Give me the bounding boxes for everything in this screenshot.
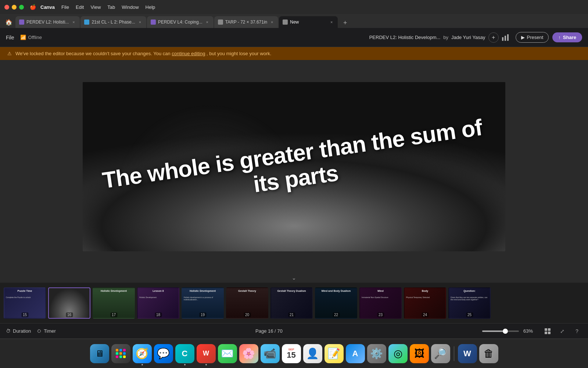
dock-find-my[interactable]: ◎ bbox=[388, 344, 408, 363]
zoom-control[interactable] bbox=[482, 330, 519, 332]
menu-tab[interactable]: Tab bbox=[107, 4, 115, 10]
svg-rect-1 bbox=[505, 36, 506, 41]
menu-window[interactable]: Window bbox=[122, 4, 139, 10]
slide-thumbnail-17[interactable]: Holistic Development 17 bbox=[93, 287, 135, 319]
wps-icon: W bbox=[203, 350, 209, 357]
duration-label: Duration bbox=[13, 328, 31, 334]
zoom-percentage: 63% bbox=[523, 328, 538, 334]
timer-button[interactable]: ⏲ Timer bbox=[37, 328, 56, 334]
dock-trash[interactable]: 🗑 bbox=[479, 344, 498, 363]
launchpad-icon bbox=[116, 349, 126, 358]
share-label: Share bbox=[563, 35, 576, 40]
fullscreen-button[interactable] bbox=[19, 5, 24, 10]
dock-facetime[interactable]: 📹 bbox=[261, 344, 280, 363]
toggle-strip-button[interactable]: ⌄ bbox=[288, 275, 300, 281]
analytics-button[interactable] bbox=[499, 32, 512, 43]
doc-title: PERDEV L2: Holistic Developm... bbox=[369, 35, 441, 40]
slide-thumbnail-22[interactable]: Mind and Body Dualism 22 bbox=[315, 287, 357, 319]
tab-perdev-l2[interactable]: PERDEV L2: Holisti... × bbox=[15, 16, 80, 28]
photos-icon: 🌸 bbox=[242, 347, 255, 360]
tab-favicon bbox=[151, 20, 156, 25]
dock-safari[interactable]: 🧭 bbox=[133, 344, 152, 363]
dock-canva[interactable]: C bbox=[175, 344, 194, 363]
thumb-label: Mind and Body Dualism bbox=[317, 290, 355, 293]
slide-thumbnail-16[interactable]: 16 bbox=[48, 287, 90, 319]
tab-title: PERDEV L2: Holisti... bbox=[26, 20, 69, 25]
dock-spotlight[interactable]: 🔎 bbox=[431, 344, 450, 363]
thumb-number: 18 bbox=[155, 312, 162, 317]
slide-thumbnail-20[interactable]: Gestalt Theory 20 bbox=[226, 287, 268, 319]
slide-thumbnail-25[interactable]: Question: Given that they are two separa… bbox=[448, 287, 491, 319]
tab-tarp[interactable]: TARP - 72 × 37.671in × bbox=[214, 16, 279, 28]
tab-favicon bbox=[84, 20, 89, 25]
menu-canva[interactable]: Canva bbox=[40, 4, 55, 10]
dock-finder[interactable]: 🖥 bbox=[90, 344, 109, 363]
tab-new[interactable]: New × bbox=[279, 16, 338, 28]
dock-wps[interactable]: W bbox=[197, 344, 216, 363]
dock-settings[interactable]: ⚙️ bbox=[367, 344, 386, 363]
add-collaborator-button[interactable]: + bbox=[488, 32, 499, 43]
fullscreen-button[interactable]: ⤢ bbox=[557, 326, 567, 336]
svg-rect-3 bbox=[545, 328, 547, 331]
menu-edit[interactable]: Edit bbox=[76, 4, 84, 10]
file-menu-button[interactable]: File bbox=[6, 35, 14, 40]
menu-file[interactable]: File bbox=[61, 4, 69, 10]
tab-close-button[interactable]: × bbox=[71, 20, 76, 25]
dock-contacts[interactable]: 👤 bbox=[303, 344, 322, 363]
thumb-number: 19 bbox=[199, 312, 206, 317]
minimize-button[interactable] bbox=[12, 5, 17, 10]
tab-close-button[interactable]: × bbox=[329, 20, 334, 25]
zoom-slider-thumb[interactable] bbox=[503, 329, 508, 334]
duration-button[interactable]: ⏱ Duration bbox=[6, 328, 31, 334]
svg-rect-5 bbox=[545, 332, 547, 334]
thumb-number: 20 bbox=[244, 312, 251, 317]
dock-preview[interactable]: 🖼 bbox=[410, 344, 429, 363]
thumb-number: 15 bbox=[21, 312, 28, 317]
slide-canvas[interactable]: The whole is greater than the sum of its… bbox=[83, 82, 505, 251]
dock-messages[interactable]: ✉️ bbox=[218, 344, 237, 363]
continue-editing-link[interactable]: continue editing bbox=[172, 51, 205, 56]
menu-view[interactable]: View bbox=[90, 4, 101, 10]
slide-thumbnail-15[interactable]: Puzzle Time Complete the Puzzle to unloc… bbox=[4, 287, 46, 319]
thumb-number: 17 bbox=[110, 312, 117, 317]
thumb-number: 21 bbox=[288, 312, 295, 317]
svg-rect-4 bbox=[548, 328, 551, 331]
dock-word[interactable]: W bbox=[458, 344, 477, 363]
home-button[interactable]: 🏠 bbox=[3, 16, 15, 28]
share-button[interactable]: ↑ Share bbox=[552, 32, 582, 42]
dock-notes[interactable]: 📝 bbox=[325, 344, 344, 363]
dock-messenger[interactable]: 💬 bbox=[154, 344, 173, 363]
zoom-slider[interactable] bbox=[482, 330, 519, 332]
present-button[interactable]: ▶ Present bbox=[516, 32, 549, 43]
slide-thumbnail-19[interactable]: Holistic Development Holistic developmen… bbox=[182, 287, 224, 319]
help-button[interactable]: ? bbox=[572, 326, 582, 336]
tab-21st-cl[interactable]: 21st CL - L 2: Phase... × bbox=[80, 16, 146, 28]
tab-close-button[interactable]: × bbox=[205, 20, 210, 25]
slide-thumbnail-18[interactable]: Lesson 8 Holistic Development 18 bbox=[137, 287, 179, 319]
bottom-toolbar-left: ⏱ Duration ⏲ Timer bbox=[6, 328, 56, 334]
menu-help[interactable]: Help bbox=[146, 4, 155, 10]
dock-launchpad[interactable] bbox=[111, 344, 130, 363]
thumb-label: Question: bbox=[451, 290, 488, 293]
slide-thumbnail-23[interactable]: Mind Immaterial Non-Spatial Structure 23 bbox=[359, 287, 402, 319]
page-indicator: Page 16 / 70 bbox=[56, 328, 482, 334]
tab-title: 21st CL - L 2: Phase... bbox=[92, 20, 135, 25]
tab-close-button[interactable]: × bbox=[137, 20, 143, 25]
canvas-container: The whole is greater than the sum of its… bbox=[0, 60, 588, 273]
share-icon: ↑ bbox=[558, 35, 561, 40]
tabs-bar: 🏠 PERDEV L2: Holisti... × 21st CL - L 2:… bbox=[0, 14, 588, 28]
slide-thumbnail-21[interactable]: Gestalt Theory Dualism 21 bbox=[270, 287, 313, 319]
finder-icon: 🖥 bbox=[95, 348, 104, 359]
grid-view-button[interactable] bbox=[542, 326, 553, 336]
present-label: Present bbox=[527, 35, 544, 40]
dock-appstore[interactable]: A bbox=[346, 344, 365, 363]
dock-calendar[interactable]: SEP 15 bbox=[282, 344, 301, 363]
new-tab-button[interactable]: + bbox=[340, 18, 350, 28]
slide-thumbnail-24[interactable]: Body Physical Temporary Selected 24 bbox=[404, 287, 446, 319]
dock: 🖥 🧭 💬 C W ✉️ 🌸 📹 SEP bbox=[0, 339, 588, 368]
close-button[interactable] bbox=[4, 5, 9, 10]
tab-perdev-l4[interactable]: PERDEV L4: Coping... × bbox=[147, 16, 214, 28]
toolbar-center: PERDEV L2: Holistic Developm... by Jade … bbox=[369, 32, 499, 43]
dock-photos[interactable]: 🌸 bbox=[239, 344, 258, 363]
tab-close-button[interactable]: × bbox=[269, 20, 275, 25]
